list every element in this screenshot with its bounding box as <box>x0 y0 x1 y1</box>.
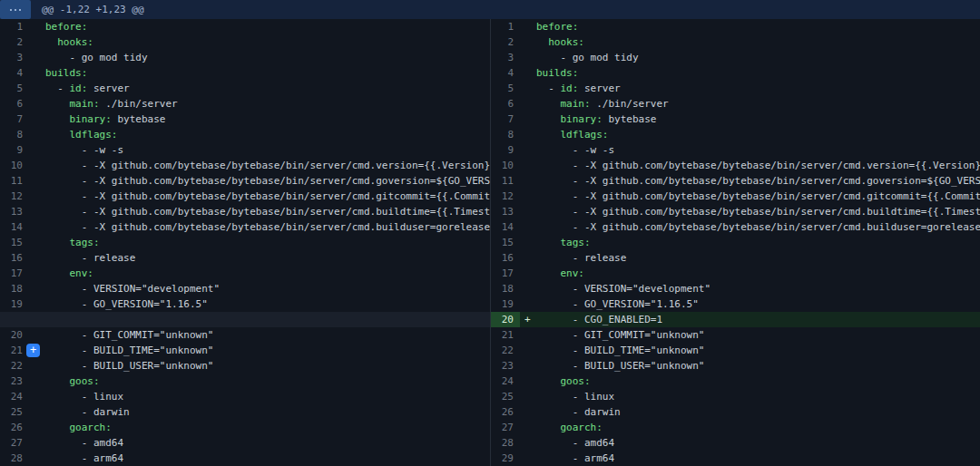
line-number[interactable]: 4 <box>491 65 520 81</box>
line-number[interactable]: 8 <box>491 127 520 142</box>
code-line: - BUILD_TIME="unknown" <box>536 343 980 358</box>
code-line: builds: <box>536 65 980 81</box>
diff-marker <box>29 65 45 81</box>
line-number[interactable]: 27 <box>0 435 29 451</box>
line-number[interactable]: 13 <box>491 204 520 219</box>
line-number[interactable]: 7 <box>0 112 29 127</box>
line-number[interactable]: 6 <box>0 96 29 112</box>
line-number[interactable]: 14 <box>491 219 520 235</box>
diff-row: 4builds: <box>491 65 980 81</box>
line-number[interactable]: 19 <box>0 296 29 312</box>
line-number[interactable]: 22 <box>491 343 520 358</box>
line-number[interactable]: 7 <box>491 112 520 127</box>
line-number[interactable]: 9 <box>0 142 29 158</box>
line-number[interactable]: 28 <box>491 435 520 451</box>
line-number[interactable]: 5 <box>491 81 520 96</box>
line-number[interactable]: 29 <box>491 451 520 466</box>
line-number[interactable]: 16 <box>491 250 520 266</box>
diff-marker <box>520 189 536 204</box>
line-number[interactable]: 12 <box>491 189 520 204</box>
diff-row: 10 - -X github.com/bytebase/bytebase/bin… <box>0 158 490 173</box>
line-number[interactable]: 9 <box>491 142 520 158</box>
diff-pane-old: 1before:2 hooks:3 - go mod tidy4builds:5… <box>0 19 490 466</box>
code-line: - VERSION="development" <box>536 281 980 296</box>
line-number[interactable]: 22 <box>0 358 29 374</box>
diff-marker <box>520 389 536 404</box>
line-number[interactable]: 16 <box>0 250 29 266</box>
diff-marker <box>520 281 536 296</box>
diff-marker <box>29 266 45 281</box>
diff-row: 21 - GIT_COMMIT="unknown" <box>491 327 980 343</box>
line-number[interactable]: 11 <box>0 173 29 189</box>
line-number[interactable]: 19 <box>491 296 520 312</box>
line-number[interactable]: 11 <box>491 173 520 189</box>
code-line <box>45 312 490 327</box>
code-line: - release <box>536 250 980 266</box>
diff-row: 3 - go mod tidy <box>491 50 980 65</box>
line-number[interactable]: 18 <box>491 281 520 296</box>
line-number[interactable]: 13 <box>0 204 29 219</box>
diff-marker <box>29 96 45 112</box>
line-number[interactable]: 25 <box>0 404 29 420</box>
line-number[interactable]: 20 <box>491 312 520 327</box>
diff-panes: 1before:2 hooks:3 - go mod tidy4builds:5… <box>0 19 980 466</box>
diff-row: 6 main: ./bin/server <box>491 96 980 112</box>
line-number[interactable]: 8 <box>0 127 29 142</box>
diff-row: 28 - arm64 <box>0 451 490 466</box>
line-number[interactable]: 27 <box>491 420 520 435</box>
code-line: - darwin <box>45 404 490 420</box>
line-number[interactable]: 26 <box>0 420 29 435</box>
diff-marker <box>520 404 536 420</box>
line-number[interactable]: 1 <box>491 19 520 34</box>
diff-row: 12 - -X github.com/bytebase/bytebase/bin… <box>0 189 490 204</box>
code-line: - BUILD_USER="unknown" <box>536 358 980 374</box>
diff-row-empty <box>0 312 490 327</box>
add-comment-button[interactable]: + <box>26 344 40 357</box>
diff-marker <box>29 127 45 142</box>
code-line: goarch: <box>536 420 980 435</box>
diff-marker <box>29 389 45 404</box>
code-line: goarch: <box>45 420 490 435</box>
code-line: binary: bytebase <box>536 112 980 127</box>
line-number[interactable]: 21 <box>491 327 520 343</box>
line-number[interactable]: 4 <box>0 65 29 81</box>
diff-row: 18 - VERSION="development" <box>491 281 980 296</box>
line-number[interactable]: 24 <box>0 389 29 404</box>
line-number[interactable]: 17 <box>0 266 29 281</box>
diff-row: 3 - go mod tidy <box>0 50 490 65</box>
line-number[interactable]: 23 <box>0 374 29 389</box>
line-number[interactable]: 6 <box>491 96 520 112</box>
line-number[interactable]: 10 <box>491 158 520 173</box>
expand-hunk-button[interactable] <box>0 0 31 19</box>
line-number[interactable]: 18 <box>0 281 29 296</box>
line-number[interactable]: 21 <box>0 343 29 358</box>
line-number[interactable]: 10 <box>0 158 29 173</box>
line-number[interactable]: 3 <box>491 50 520 65</box>
line-number[interactable]: 14 <box>0 219 29 235</box>
line-number[interactable]: 17 <box>491 266 520 281</box>
diff-marker <box>520 420 536 435</box>
line-number[interactable]: 25 <box>491 389 520 404</box>
diff-row: 24 goos: <box>491 374 980 389</box>
diff-row: 23 - BUILD_USER="unknown" <box>491 358 980 374</box>
code-line: - -X github.com/bytebase/bytebase/bin/se… <box>45 219 490 235</box>
code-line: - -X github.com/bytebase/bytebase/bin/se… <box>45 189 490 204</box>
line-number[interactable]: 5 <box>0 81 29 96</box>
line-number[interactable]: 26 <box>491 404 520 420</box>
line-number[interactable]: 28 <box>0 451 29 466</box>
line-number[interactable]: 1 <box>0 19 29 34</box>
diff-row: 1before: <box>0 19 490 34</box>
line-number[interactable]: 12 <box>0 189 29 204</box>
diff-row: 7 binary: bytebase <box>491 112 980 127</box>
diff-marker <box>520 142 536 158</box>
line-number[interactable]: 2 <box>491 34 520 50</box>
line-number[interactable]: 3 <box>0 50 29 65</box>
line-number[interactable]: 15 <box>0 235 29 250</box>
diff-row: 7 binary: bytebase <box>0 112 490 127</box>
line-number[interactable]: 23 <box>491 358 520 374</box>
line-number[interactable]: 2 <box>0 34 29 50</box>
line-number[interactable]: 15 <box>491 235 520 250</box>
line-number[interactable]: 20 <box>0 327 29 343</box>
line-number[interactable]: 24 <box>491 374 520 389</box>
diff-row: 15 tags: <box>491 235 980 250</box>
